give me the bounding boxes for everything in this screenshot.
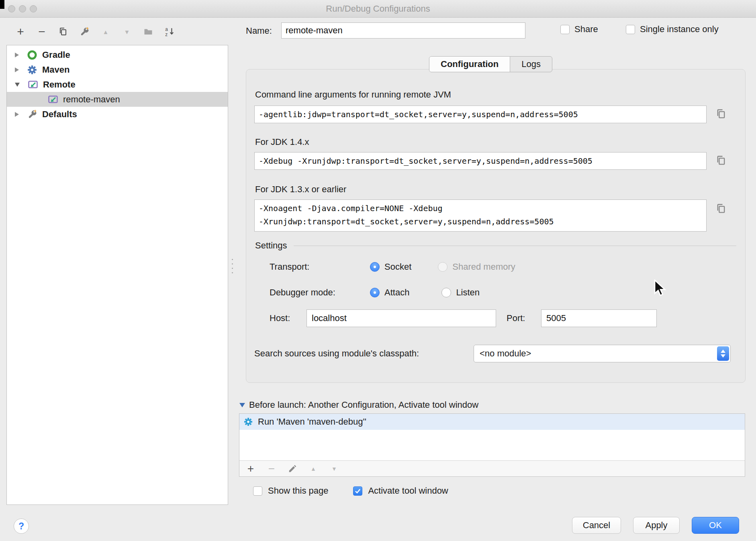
share-label[interactable]: Share [574, 24, 598, 35]
page-options: Show this page Activate tool window [253, 486, 448, 496]
attach-label[interactable]: Attach [384, 287, 409, 298]
show-this-page-checkbox[interactable] [253, 486, 262, 496]
tab-configuration[interactable]: Configuration [429, 57, 510, 72]
tree-item-label: Remote [43, 79, 76, 90]
cancel-button[interactable]: Cancel [572, 517, 621, 534]
transport-row: Transport: Socket Shared memory [270, 260, 515, 274]
configurations-tree: Gradle Maven [6, 45, 228, 505]
classpath-row: Search sources using module's classpath:… [254, 345, 731, 362]
transport-socket-option: Socket [370, 262, 411, 272]
sort-configurations-icon[interactable]: a z [164, 26, 175, 37]
move-up-icon[interactable]: ▲ [100, 26, 111, 37]
close-button[interactable] [8, 5, 15, 12]
share-checkbox-group: Share [560, 24, 598, 35]
socket-radio[interactable] [370, 262, 380, 272]
tree-item-maven[interactable]: Maven [7, 62, 228, 77]
host-label: Host: [270, 313, 306, 323]
before-launch-list-empty-area[interactable] [239, 430, 745, 460]
minimize-button[interactable] [19, 5, 26, 12]
tree-item-defaults[interactable]: Defaults [7, 107, 228, 122]
module-classpath-select[interactable]: <no module> [474, 345, 731, 362]
run-debug-configurations-dialog: Run/Debug Configurations + − ▲ ▼ [0, 0, 756, 541]
host-port-row: Host: Port: [270, 309, 657, 327]
remove-configuration-icon[interactable]: − [37, 26, 47, 37]
copy-icon[interactable] [715, 155, 727, 167]
run-configuration-gear-icon [243, 417, 253, 427]
remove-task-icon[interactable]: − [267, 464, 276, 474]
port-input[interactable] [541, 309, 657, 327]
single-instance-checkbox[interactable] [626, 25, 635, 34]
configuration-panel: Command line arguments for running remot… [246, 69, 746, 383]
tab-logs[interactable]: Logs [510, 57, 552, 72]
jdk14-label: For JDK 1.4.x [255, 137, 309, 147]
activate-tool-window-checkbox[interactable] [353, 486, 362, 496]
splitter-handle[interactable] [232, 259, 233, 277]
tree-item-gradle[interactable]: Gradle [7, 47, 228, 62]
configurations-toolbar: + − ▲ ▼ a z [6, 23, 229, 40]
svg-text:z: z [165, 32, 168, 37]
add-configuration-icon[interactable]: + [15, 26, 26, 37]
before-launch-title: Before launch: Another Configuration, Ac… [249, 400, 478, 410]
jdk13-label: For JDK 1.3.x or earlier [255, 184, 346, 195]
before-launch-header[interactable]: Before launch: Another Configuration, Ac… [239, 400, 478, 410]
screen-corner-artifact [0, 0, 4, 9]
copy-icon[interactable] [715, 108, 727, 120]
listen-radio[interactable] [441, 288, 451, 297]
create-folder-icon[interactable] [143, 26, 153, 37]
move-down-icon[interactable]: ▼ [122, 26, 132, 37]
window-title: Run/Debug Configurations [0, 0, 756, 18]
edit-defaults-icon[interactable] [79, 26, 90, 37]
title-bar[interactable]: Run/Debug Configurations [0, 0, 756, 18]
debugger-mode-row: Debugger mode: Attach Listen [270, 285, 480, 300]
transport-shared-option: Shared memory [438, 262, 515, 272]
edit-task-icon[interactable] [288, 464, 297, 474]
share-checkbox[interactable] [560, 25, 570, 34]
jdk14-field[interactable] [254, 152, 707, 170]
tree-item-remote[interactable]: Remote [7, 77, 228, 92]
mouse-cursor [653, 279, 670, 298]
apply-button[interactable]: Apply [633, 517, 680, 534]
collapse-arrow-icon[interactable] [239, 403, 245, 407]
activate-tool-window-label[interactable]: Activate tool window [368, 486, 448, 496]
gradle-icon [27, 50, 37, 60]
copy-configuration-icon[interactable] [58, 26, 68, 37]
config-tabs: Configuration Logs [429, 56, 552, 72]
cmd-args-label: Command line arguments for running remot… [255, 89, 451, 100]
shared-memory-label: Shared memory [452, 262, 515, 272]
collapse-arrow-icon[interactable] [15, 83, 20, 87]
move-task-up-icon[interactable]: ▲ [309, 464, 318, 474]
maven-icon [27, 65, 37, 75]
zoom-button[interactable] [30, 5, 37, 12]
move-task-down-icon[interactable]: ▼ [329, 464, 339, 474]
tree-item-remote-maven[interactable]: remote-maven [7, 92, 228, 107]
shared-memory-radio[interactable] [438, 262, 447, 272]
tree-item-label: remote-maven [63, 94, 120, 105]
expand-arrow-icon[interactable] [15, 67, 19, 72]
before-launch-item[interactable]: Run 'Maven 'maven-debug'' [239, 414, 745, 430]
show-this-page-label[interactable]: Show this page [268, 486, 328, 496]
expand-arrow-icon[interactable] [15, 112, 19, 117]
svg-text:a: a [165, 26, 168, 32]
ok-button[interactable]: OK [692, 517, 739, 534]
host-input[interactable] [306, 309, 496, 327]
module-classpath-value: <no module> [480, 348, 531, 359]
copy-icon[interactable] [715, 203, 727, 215]
before-launch-list: Run 'Maven 'maven-debug'' + − ▲ ▼ [239, 413, 745, 477]
single-instance-label[interactable]: Single instance only [640, 24, 719, 35]
combo-stepper-icon[interactable] [717, 346, 729, 361]
expand-arrow-icon[interactable] [15, 53, 19, 57]
attach-radio[interactable] [370, 288, 380, 297]
add-task-icon[interactable]: + [246, 464, 255, 474]
cmd-args-field[interactable] [254, 106, 707, 123]
remote-config-icon [28, 79, 38, 90]
show-this-page-group: Show this page [253, 486, 328, 496]
dialog-buttons: Cancel Apply OK [572, 517, 739, 534]
activate-tool-window-group: Activate tool window [353, 486, 448, 496]
name-input[interactable] [281, 22, 525, 39]
listen-label[interactable]: Listen [456, 287, 480, 298]
socket-label[interactable]: Socket [384, 262, 411, 272]
help-button[interactable]: ? [14, 519, 29, 534]
transport-label: Transport: [270, 262, 370, 272]
jdk13-field[interactable]: -Xnoagent -Djava.compiler=NONE -Xdebug -… [254, 199, 707, 232]
before-launch-item-label: Run 'Maven 'maven-debug'' [258, 417, 366, 427]
